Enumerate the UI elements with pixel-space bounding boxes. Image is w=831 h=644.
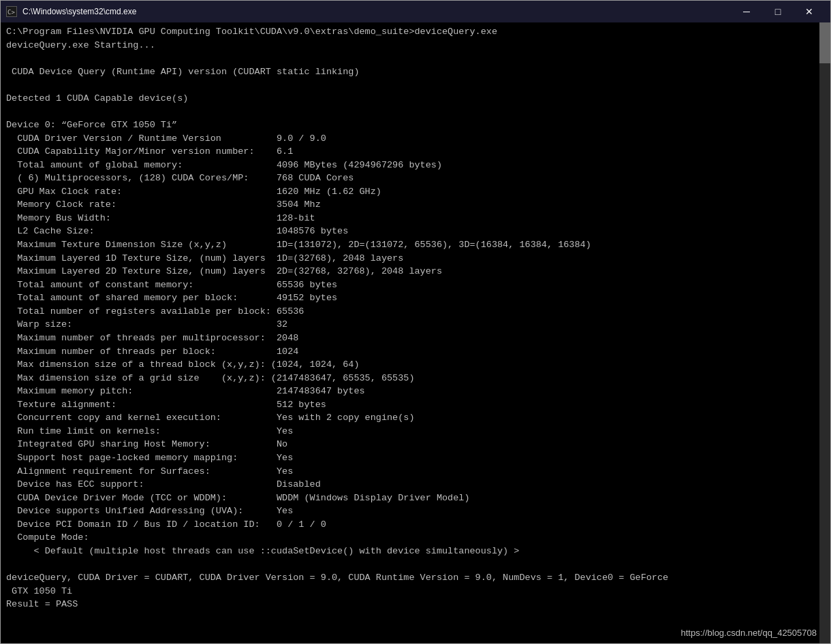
cmd-window: C> C:\Windows\system32\cmd.exe ─ □ ✕ C:\… xyxy=(0,0,831,644)
window-title: C:\Windows\system32\cmd.exe xyxy=(22,7,731,16)
close-button[interactable]: ✕ xyxy=(794,1,825,22)
minimize-button[interactable]: ─ xyxy=(731,1,762,22)
scrollbar-thumb[interactable] xyxy=(819,22,830,63)
scrollbar[interactable] xyxy=(819,22,830,643)
watermark-text: https://blog.csdn.net/qq_42505708 xyxy=(681,628,817,638)
console-output: C:\Program Files\NVIDIA GPU Computing To… xyxy=(6,25,825,611)
title-bar: C> C:\Windows\system32\cmd.exe ─ □ ✕ xyxy=(1,1,830,22)
window-controls: ─ □ ✕ xyxy=(731,1,825,22)
console-body: C:\Program Files\NVIDIA GPU Computing To… xyxy=(1,22,830,643)
cmd-icon: C> xyxy=(6,6,17,17)
svg-text:C>: C> xyxy=(7,9,15,16)
maximize-button[interactable]: □ xyxy=(762,1,794,22)
